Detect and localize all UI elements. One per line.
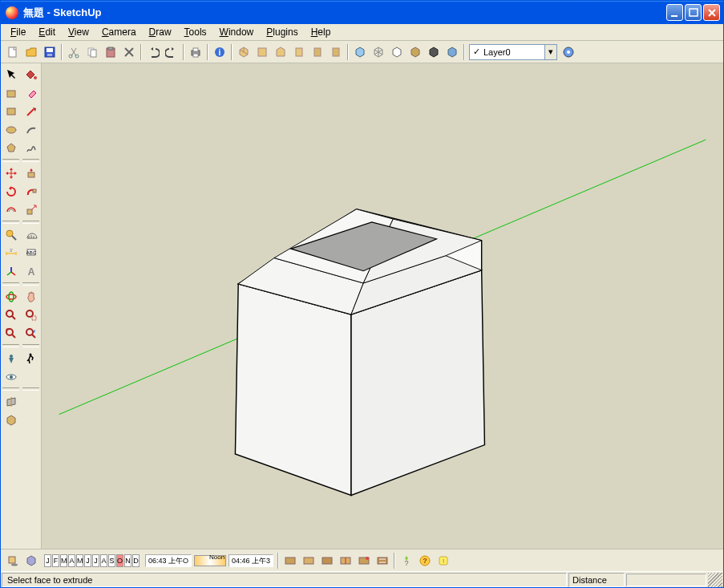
new-file-icon[interactable] <box>4 43 22 61</box>
zoom-extents-icon[interactable] <box>2 324 20 343</box>
style1-icon[interactable] <box>281 552 299 570</box>
wireframe-icon[interactable] <box>370 43 387 61</box>
menu-file[interactable]: File <box>4 25 32 39</box>
menu-plugins[interactable]: Plugins <box>260 25 304 39</box>
monochrome-icon[interactable] <box>443 43 461 61</box>
pan-tool-icon[interactable] <box>22 287 40 306</box>
line-tool-icon[interactable] <box>22 102 40 120</box>
scale-tool-icon[interactable] <box>22 201 40 219</box>
month-n[interactable]: N <box>124 554 131 567</box>
menu-window[interactable]: Window <box>213 25 261 39</box>
distance-value[interactable] <box>626 574 706 586</box>
paste-icon[interactable] <box>102 43 119 61</box>
move-tool-icon[interactable] <box>2 164 20 182</box>
redo-icon[interactable] <box>163 43 180 61</box>
circle-tool-icon[interactable] <box>2 120 20 139</box>
open-file-icon[interactable] <box>22 43 40 61</box>
section-plane-icon[interactable] <box>2 392 20 411</box>
arc-tool-icon[interactable] <box>22 120 40 139</box>
shadow-toggle-icon[interactable] <box>4 552 22 570</box>
menu-draw[interactable]: Draw <box>143 25 178 39</box>
menu-edit[interactable]: Edit <box>32 25 62 39</box>
delete-icon[interactable] <box>120 43 138 61</box>
zoom-tool-icon[interactable] <box>2 306 20 324</box>
look-around-icon[interactable] <box>2 367 20 386</box>
walk-tool-icon[interactable] <box>22 349 40 367</box>
layer-dropdown[interactable]: ✓ Layer0 ▾ <box>469 44 557 60</box>
freehand-tool-icon[interactable] <box>22 139 40 157</box>
back-view-icon[interactable] <box>309 43 326 61</box>
protractor-tool-icon[interactable] <box>22 225 40 244</box>
menu-camera[interactable]: Camera <box>95 25 143 39</box>
month-d[interactable]: D <box>132 554 140 567</box>
iso-view-icon[interactable] <box>235 43 253 61</box>
position-camera-icon[interactable] <box>2 349 20 367</box>
followme-tool-icon[interactable] <box>22 182 40 201</box>
shaded-textures-icon[interactable] <box>425 43 443 61</box>
resize-grip-icon[interactable] <box>708 573 722 587</box>
style6-icon[interactable] <box>374 552 391 570</box>
rotate-tool-icon[interactable] <box>2 182 20 201</box>
help-icon[interactable]: ? <box>416 552 434 570</box>
month-m[interactable]: M <box>60 554 67 567</box>
time-slider[interactable]: Noon <box>194 555 226 566</box>
tape-measure-icon[interactable] <box>2 225 20 244</box>
menu-help[interactable]: Help <box>305 25 338 39</box>
style5-icon[interactable] <box>355 552 373 570</box>
right-view-icon[interactable] <box>290 43 308 61</box>
month-o[interactable]: O <box>116 554 123 567</box>
paint-bucket-icon[interactable] <box>22 65 40 83</box>
pushpull-tool-icon[interactable] <box>22 164 40 182</box>
close-button[interactable] <box>703 4 720 21</box>
menu-tools[interactable]: Tools <box>178 25 213 39</box>
top-view-icon[interactable] <box>253 43 271 61</box>
month-f[interactable]: F <box>52 554 59 567</box>
month-m2[interactable]: M <box>76 554 83 567</box>
style4-icon[interactable] <box>337 552 354 570</box>
style3-icon[interactable] <box>318 552 336 570</box>
layer-manager-icon[interactable] <box>560 43 577 61</box>
month-s[interactable]: S <box>108 554 115 567</box>
hiddenline-icon[interactable] <box>388 43 406 61</box>
xray-icon[interactable] <box>351 43 369 61</box>
maximize-button[interactable] <box>685 4 702 21</box>
style2-icon[interactable] <box>300 552 318 570</box>
shaded-icon[interactable] <box>406 43 424 61</box>
model-info-icon[interactable]: i <box>211 43 229 61</box>
shadow-settings-icon[interactable] <box>22 552 40 570</box>
month-timeline[interactable]: J F M A M J J A S O N D <box>44 554 140 567</box>
orbit-tool-icon[interactable] <box>2 287 20 306</box>
print-icon[interactable] <box>187 43 204 61</box>
instructor-icon[interactable]: ! <box>435 552 452 570</box>
offset-tool-icon[interactable] <box>2 201 20 219</box>
menu-view[interactable]: View <box>62 25 95 39</box>
axes-tool-icon[interactable] <box>2 262 20 281</box>
cut-icon[interactable] <box>65 43 83 61</box>
polygon-tool-icon[interactable] <box>2 139 20 157</box>
month-j2[interactable]: J <box>84 554 91 567</box>
copy-icon[interactable] <box>83 43 101 61</box>
viewport-canvas[interactable] <box>42 63 723 549</box>
front-view-icon[interactable] <box>272 43 289 61</box>
month-j3[interactable]: J <box>92 554 99 567</box>
titlebar[interactable]: 無題 - SketchUp <box>1 1 723 24</box>
component-tool-icon[interactable] <box>2 83 20 102</box>
section-display-icon[interactable] <box>22 392 40 411</box>
month-j[interactable]: J <box>44 554 51 567</box>
month-a[interactable]: A <box>68 554 75 567</box>
left-view-icon[interactable] <box>327 43 345 61</box>
zoom-window-icon[interactable] <box>22 306 40 324</box>
dimension-tool-icon[interactable]: 3' <box>2 244 20 262</box>
minimize-button[interactable] <box>666 4 683 21</box>
month-a2[interactable]: A <box>100 554 107 567</box>
help-context-icon[interactable]: ? <box>398 552 415 570</box>
text-tool-icon[interactable]: ABC <box>22 244 40 262</box>
3dtext-tool-icon[interactable]: A <box>22 262 40 281</box>
save-icon[interactable] <box>41 43 59 61</box>
get-models-icon[interactable] <box>2 411 20 429</box>
rectangle-tool-icon[interactable] <box>2 102 20 120</box>
previous-view-icon[interactable] <box>22 324 40 343</box>
undo-icon[interactable] <box>144 43 162 61</box>
select-tool-icon[interactable] <box>2 65 20 83</box>
eraser-tool-icon[interactable] <box>22 83 40 102</box>
